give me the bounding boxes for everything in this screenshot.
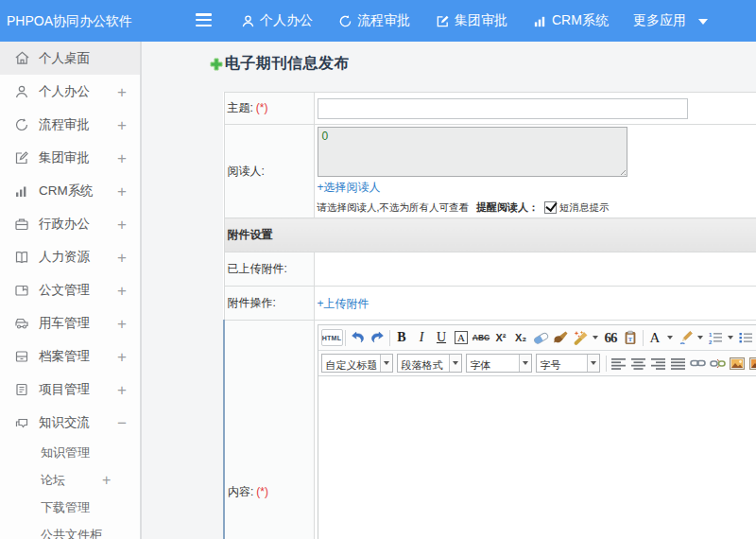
topbar: PHPOA协同办公软件 个人办公 流程审批	[0, 0, 756, 42]
document-icon	[13, 282, 30, 299]
font-color-button[interactable]: A	[645, 328, 665, 348]
expand-icon[interactable]: +	[117, 249, 127, 265]
expand-icon[interactable]: +	[117, 348, 127, 364]
format-brush-button[interactable]	[551, 328, 571, 348]
chevron-down-icon[interactable]	[593, 336, 598, 339]
sidebar-item-workflow[interactable]: 流程审批 +	[0, 108, 140, 141]
sidebar-item-knowledge[interactable]: 知识交流 −	[0, 406, 140, 439]
align-center-button[interactable]	[628, 354, 648, 374]
sidebar-subitem-knowledge-mgmt[interactable]: 知识管理	[0, 439, 140, 466]
sidebar-item-personal-office[interactable]: 个人办公 +	[0, 75, 140, 108]
font-style-button[interactable]: A	[452, 328, 472, 348]
page-title: 电子期刊信息发布	[210, 54, 350, 74]
subject-value-cell	[314, 93, 756, 125]
sidebar: 个人桌面 个人办公 + 流程审批 +	[0, 42, 142, 539]
topnav-item-workflow[interactable]: 流程审批	[337, 0, 410, 42]
svg-text:2: 2	[709, 339, 713, 345]
uploaded-label: 已上传附件:	[228, 262, 287, 275]
svg-text:1: 1	[709, 332, 713, 338]
expand-icon[interactable]: +	[117, 315, 127, 331]
editor-content-area[interactable]	[318, 376, 756, 539]
expand-icon[interactable]: +	[117, 83, 127, 99]
upload-attachment-link[interactable]: +上传附件	[318, 297, 369, 310]
sidebar-subitem-downloads[interactable]: 下载管理	[0, 494, 140, 521]
paste-as-text-button[interactable]: T	[621, 328, 641, 348]
content-label: 内容:	[228, 485, 253, 498]
chevron-down-icon[interactable]	[667, 336, 673, 339]
topnav-item-personal-office[interactable]: 个人办公	[240, 0, 313, 42]
sidebar-subitem-public-cabinet[interactable]: 公共文件柜	[0, 521, 140, 539]
readers-textarea[interactable]: 0	[318, 127, 627, 177]
toolbar-separator	[606, 356, 607, 372]
chevron-down-icon[interactable]	[728, 336, 733, 339]
sidebar-item-label: 个人桌面	[39, 50, 90, 67]
expand-icon[interactable]: +	[117, 282, 127, 298]
rich-text-editor: HTML	[318, 324, 756, 539]
sidebar-subitem-forum[interactable]: 论坛 +	[0, 466, 140, 494]
align-justify-button[interactable]	[668, 354, 688, 374]
underline-button[interactable]: U	[432, 328, 452, 348]
topnav-item-crm[interactable]: CRM系统	[532, 0, 609, 42]
sidebar-item-crm[interactable]: CRM系统 +	[0, 174, 140, 207]
sidebar-item-label: 流程审批	[39, 116, 90, 133]
sidebar-item-label: 档案管理	[39, 348, 90, 365]
expand-icon[interactable]: +	[117, 149, 127, 165]
sidebar-item-label: 人力资源	[39, 249, 90, 266]
strikethrough-button[interactable]: ABC	[472, 328, 491, 348]
expand-icon[interactable]: +	[117, 116, 127, 132]
insert-image-button[interactable]	[728, 354, 747, 374]
topnav-item-more-apps[interactable]: 更多应用	[633, 0, 708, 42]
unordered-list-button[interactable]	[736, 328, 756, 348]
chevron-down-icon[interactable]	[697, 336, 703, 339]
blockquote-button[interactable]: 66	[601, 328, 621, 348]
paragraph-format-select[interactable]: 段落格式	[397, 354, 462, 373]
sidebar-item-label: 行政办公	[39, 216, 90, 233]
expand-icon[interactable]: +	[117, 183, 127, 199]
choose-readers-link[interactable]: +选择阅读人	[318, 181, 381, 194]
magic-format-button[interactable]	[571, 328, 591, 348]
insert-flash-button[interactable]	[747, 354, 756, 374]
content-label-cell: 内容:(*)	[224, 321, 314, 539]
sms-checkbox-label: 短消息提示	[559, 201, 610, 215]
custom-heading-select[interactable]: 自定义标题	[321, 354, 393, 373]
eraser-button[interactable]	[531, 328, 551, 348]
superscript-button[interactable]: X²	[491, 328, 511, 348]
source-code-button[interactable]: HTML	[321, 329, 343, 346]
undo-button[interactable]	[348, 328, 368, 348]
user-icon	[240, 13, 255, 28]
chevron-down-icon	[519, 355, 531, 372]
user-icon	[13, 83, 30, 100]
briefcase-icon	[13, 216, 30, 233]
align-left-button[interactable]	[609, 354, 628, 374]
ordered-list-button[interactable]: 1 2	[706, 328, 726, 348]
topnav-item-group-approval[interactable]: 集团审批	[435, 0, 507, 42]
bold-button[interactable]: B	[392, 328, 412, 348]
font-family-select[interactable]: 字体	[466, 354, 532, 373]
redo-button[interactable]	[368, 328, 387, 348]
remove-link-button[interactable]	[708, 354, 728, 374]
expand-icon[interactable]: +	[117, 216, 127, 232]
sidebar-item-desktop[interactable]: 个人桌面	[0, 42, 140, 75]
sidebar-item-archives[interactable]: 档案管理 +	[0, 339, 140, 373]
font-size-select[interactable]: 字号	[536, 354, 600, 373]
sidebar-item-admin-office[interactable]: 行政办公 +	[0, 207, 140, 240]
highlight-color-button[interactable]	[676, 328, 696, 348]
menu-toggle-icon[interactable]	[196, 13, 213, 28]
align-right-button[interactable]	[648, 354, 668, 374]
expand-icon[interactable]: +	[117, 381, 127, 397]
insert-link-button[interactable]	[688, 354, 708, 374]
sidebar-item-documents[interactable]: 公文管理 +	[0, 273, 140, 306]
toolbar-separator	[643, 330, 644, 346]
sidebar-item-hr[interactable]: 人力资源 +	[0, 240, 140, 273]
subscript-button[interactable]: X₂	[511, 328, 531, 348]
expand-icon[interactable]: +	[102, 473, 111, 488]
sidebar-item-vehicles[interactable]: 用车管理 +	[0, 306, 140, 339]
resize-grip-icon[interactable]	[617, 166, 626, 175]
italic-button[interactable]: I	[412, 328, 432, 348]
sidebar-item-projects[interactable]: 项目管理 +	[0, 373, 140, 406]
subject-input[interactable]	[318, 98, 688, 119]
sidebar-item-group-approval[interactable]: 集团审批 +	[0, 141, 140, 174]
publish-form: 主题:(*) 阅读人: 0 +选择阅读人 请选择阅读人,不选为	[223, 92, 756, 539]
sms-checkbox[interactable]	[544, 201, 557, 214]
collapse-icon[interactable]: −	[117, 414, 127, 430]
